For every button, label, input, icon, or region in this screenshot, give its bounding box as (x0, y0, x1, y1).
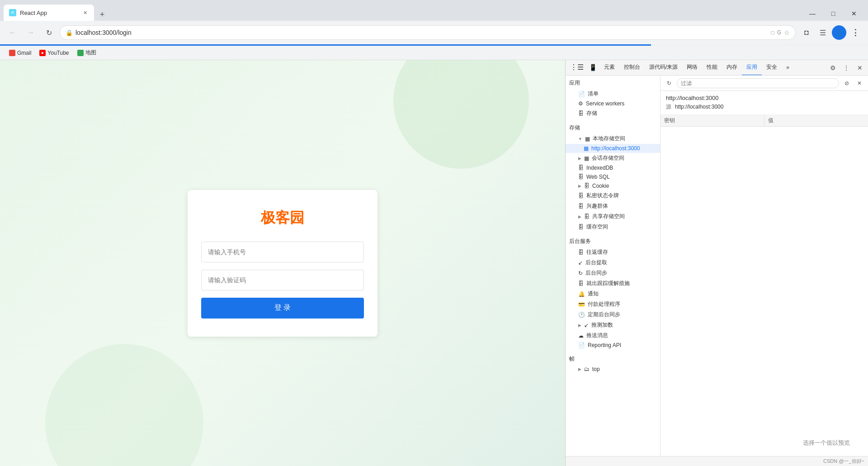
devtools-tab-memory[interactable]: 内存 (722, 60, 742, 76)
devtools-tab-network[interactable]: 网络 (682, 60, 702, 76)
login-button[interactable]: 登 录 (201, 298, 364, 319)
maximize-button[interactable]: □ (823, 6, 844, 21)
devtools-url-source-row: 源 http://localhost:3000 (666, 103, 863, 111)
sidebar-button[interactable]: ☰ (816, 25, 830, 40)
sidebar-section-storage-header: 存储 (566, 122, 660, 133)
sidebar-item-background-sync[interactable]: ↻ 后台同步 (566, 268, 660, 278)
devtools-tab-device[interactable]: 📱 (586, 60, 599, 76)
screenshot-icon[interactable]: □ (771, 29, 774, 36)
shared-storage-expand-icon: ▶ (578, 214, 581, 219)
sidebar-item-payment-handler[interactable]: 💳 付款处理程序 (566, 299, 660, 309)
close-button[interactable]: ✕ (844, 6, 864, 21)
sidebar-item-local-storage-localhost[interactable]: ▦ http://localhost:3000 (566, 144, 660, 153)
loading-bar (0, 44, 651, 46)
reporting-api-icon: 📄 (578, 342, 585, 348)
top-frame-expand-icon: ▶ (578, 367, 581, 371)
devtools-refresh-button[interactable]: ↻ (664, 78, 674, 88)
sidebar-item-websql[interactable]: 🗄 Web SQL (566, 172, 660, 181)
sidebar-item-cookie[interactable]: ▶ 🗄 Cookie (566, 181, 660, 190)
more-options-button[interactable]: ⋮ (848, 25, 863, 40)
devtools-body: 应用 📄 清单 ⚙ Service workers 🗄 存储 (566, 76, 868, 456)
devtools-filter-clear-button[interactable]: ⊘ (842, 78, 852, 88)
bookmark-maps[interactable]: 地图 (74, 48, 100, 58)
devtools-tab-performance[interactable]: 性能 (702, 60, 722, 76)
sidebar-item-service-workers[interactable]: ⚙ Service workers (566, 99, 660, 108)
new-tab-button[interactable]: + (96, 8, 108, 21)
sidebar-item-notifications[interactable]: 🔔 通知 (566, 289, 660, 299)
devtools-more-button[interactable]: ⋮ (840, 62, 853, 74)
speculation-rules-icon: ↙ (584, 322, 589, 328)
devtools-filter-input[interactable] (677, 78, 839, 88)
devtools-filter-delete-button[interactable]: ✕ (854, 78, 864, 88)
minimize-button[interactable]: — (802, 6, 823, 21)
speculation-rules-expand-icon: ▶ (578, 323, 581, 328)
phone-input[interactable] (201, 242, 364, 262)
session-storage-db-icon: ▦ (584, 155, 589, 162)
sidebar-item-reporting-api[interactable]: 📄 Reporting API (566, 341, 660, 350)
bookmark-gmail[interactable]: Gmail (5, 48, 35, 58)
devtools-settings-button[interactable]: ⚙ (826, 62, 839, 74)
sidebar-item-session-storage[interactable]: ▶ ▦ 会话存储空间 (566, 153, 660, 163)
youtube-favicon: ▶ (39, 50, 46, 56)
bounce-tracking-icon: 🗄 (578, 281, 584, 287)
bookmark-youtube[interactable]: ▶ YouTube (36, 48, 72, 58)
sidebar-item-local-storage[interactable]: ▼ ▦ 本地存储空间 (566, 133, 660, 144)
sidebar-item-private-state[interactable]: 🗄 私密状态令牌 (566, 190, 660, 201)
devtools-table-body (660, 127, 868, 262)
devtools-tab-bar: ⋮☰ 📱 元素 控制台 源代码/来源 网络 性能 内存 应用 安全 » ⚙ ⋮ … (566, 60, 868, 76)
devtools-tab-application[interactable]: 应用 (742, 60, 762, 76)
sidebar-item-top-frame[interactable]: ▶ 🗂 top (566, 365, 660, 374)
code-input[interactable] (201, 270, 364, 290)
sidebar-item-cache-storage[interactable]: 🗄 缓存空间 (566, 222, 660, 232)
sidebar-item-interest-groups[interactable]: 🗄 兴趣群体 (566, 201, 660, 211)
interest-groups-icon: 🗄 (578, 203, 584, 209)
local-storage-expand-icon: ▼ (578, 137, 582, 141)
devtools-close-button[interactable]: ✕ (854, 62, 866, 74)
tab-close-button[interactable]: ✕ (81, 9, 89, 16)
sidebar-item-back-forward-cache[interactable]: 🗄 往返缓存 (566, 247, 660, 257)
devtools-tab-selector[interactable]: ⋮☰ (567, 60, 586, 76)
reload-button[interactable]: ↻ (42, 25, 56, 40)
bookmark-icon[interactable]: ☆ (784, 29, 790, 36)
sidebar-item-push-messages[interactable]: ☁ 推送消息 (566, 330, 660, 341)
cookie-icon: 🗄 (584, 183, 590, 189)
local-storage-localhost-db-icon: ▦ (584, 145, 589, 152)
devtools-tab-security[interactable]: 安全 (762, 60, 782, 76)
sidebar-item-periodic-sync[interactable]: 🕐 定期后台同步 (566, 309, 660, 320)
url-bar[interactable]: 🔒 localhost:3000/login □ G ☆ (60, 25, 796, 40)
devtools-tab-console[interactable]: 控制台 (619, 60, 645, 76)
background-sync-icon: ↻ (578, 270, 583, 276)
login-card: 极客园 登 录 (188, 190, 377, 337)
url-text: localhost:3000/login (75, 29, 768, 36)
sidebar-item-storage[interactable]: 🗄 存储 (566, 108, 660, 119)
shared-storage-icon: 🗄 (584, 214, 590, 220)
devtools-preview-text: 选择一个值以预览 (803, 439, 850, 447)
indexeddb-icon: 🗄 (578, 165, 584, 171)
extensions-button[interactable]: ◘ (799, 25, 814, 40)
forward-button[interactable]: → (24, 25, 38, 40)
profile-button[interactable]: 👤 (832, 25, 846, 40)
tab-title: React App (20, 10, 78, 16)
translate-icon[interactable]: G (777, 29, 781, 36)
sidebar-section-background: 后台服务 🗄 往返缓存 ↙ 后台提取 ↻ 后台同步 (566, 234, 660, 352)
active-tab[interactable]: R React App ✕ (4, 5, 94, 21)
sidebar-item-bounce-tracking[interactable]: 🗄 就出跟踪缓解措施 (566, 278, 660, 289)
top-frame-icon: 🗂 (584, 366, 590, 372)
sidebar-item-shared-storage[interactable]: ▶ 🗄 共享存储空间 (566, 211, 660, 222)
devtools-filter-bar: ↻ ⊘ ✕ (660, 76, 868, 91)
sidebar-item-speculation-rules[interactable]: ▶ ↙ 推测加数 (566, 320, 660, 330)
devtools-url-info: http://localhost:3000 源 http://localhost… (660, 91, 868, 115)
devtools-tab-elements[interactable]: 元素 (599, 60, 619, 76)
sidebar-item-indexeddb[interactable]: 🗄 IndexedDB (566, 163, 660, 172)
cookie-expand-icon: ▶ (578, 184, 581, 188)
sidebar-item-background-fetch[interactable]: ↙ 后台提取 (566, 257, 660, 268)
sidebar-item-manifest[interactable]: 📄 清单 (566, 89, 660, 99)
back-button[interactable]: ← (5, 25, 20, 40)
browser-window: R React App ✕ + — □ ✕ ← → ↻ 🔒 localhost:… (0, 0, 868, 466)
session-storage-expand-icon: ▶ (578, 156, 581, 161)
sidebar-section-storage: 存储 ▼ ▦ 本地存储空间 ▦ http://localhost:3000 ▶ (566, 120, 660, 234)
background-fetch-icon: ↙ (578, 260, 583, 266)
back-forward-cache-icon: 🗄 (578, 249, 584, 256)
devtools-tab-sources[interactable]: 源代码/来源 (645, 60, 682, 76)
devtools-tab-more[interactable]: » (782, 60, 794, 76)
